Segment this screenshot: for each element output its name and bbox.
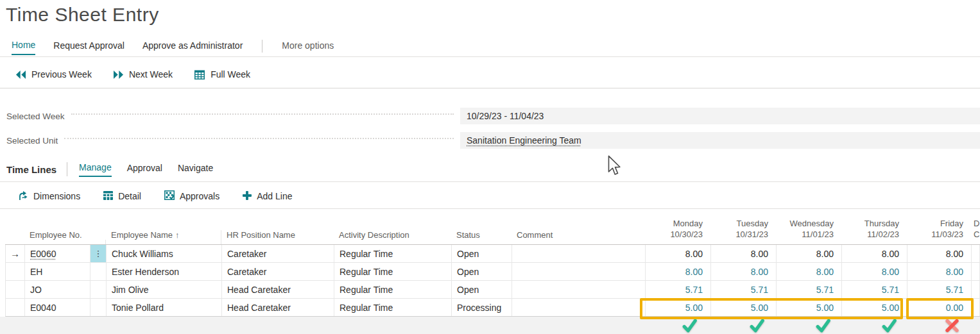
time-lines-tab-bar: Time Lines Manage Approval Navigate [6,159,228,180]
dimensions-icon [18,190,28,203]
approvals-grid-check-icon [164,190,175,202]
tab-approval[interactable]: Approval [127,163,162,176]
status-cell[interactable]: Open [452,245,512,262]
cell-context-menu-area[interactable] [90,299,107,316]
column-header-tuesday[interactable]: Tuesday10/31/23 [710,218,776,244]
truncated-cell[interactable] [972,245,980,262]
column-header-employee-name[interactable]: Employee Name ↑ [106,230,221,244]
column-header-truncated[interactable]: DC [971,218,980,244]
divider [0,181,980,182]
friday-hours-cell[interactable]: 8.00 [907,245,972,262]
column-header-monday[interactable]: Monday10/30/23 [645,218,710,244]
friday-cross-icon [944,318,960,333]
sort-ascending-icon: ↑ [175,230,180,240]
employee-name-cell[interactable]: Chuck Williams [107,245,222,262]
divider [0,88,980,88]
employee-name-cell[interactable]: Ester Henderson [107,263,222,280]
tuesday-hours-cell[interactable]: 5.71 [711,281,777,298]
column-header-wednesday[interactable]: Wednesday11/01/23 [776,218,841,244]
table-row: EH Ester Henderson Caretaker Regular Tim… [5,263,980,281]
wednesday-hours-cell[interactable]: 8.00 [777,245,842,262]
cell-context-menu-area[interactable] [90,263,107,280]
add-line-button[interactable]: Add Line [243,191,292,202]
tab-request-approval[interactable]: Request Approval [53,40,125,54]
detail-grid-icon [103,191,113,202]
tab-home[interactable]: Home [12,40,35,55]
tab-navigate[interactable]: Navigate [178,163,213,176]
detail-button[interactable]: Detail [103,191,141,202]
previous-week-icon [16,71,26,79]
selected-unit-input[interactable]: Sanitation Engineering Team [460,132,980,149]
friday-hours-cell[interactable]: 8.00 [907,263,972,280]
detail-label: Detail [118,191,141,201]
week-action-bar: Previous Week Next Week Full Week [16,62,250,87]
tuesday-hours-cell[interactable]: 8.00 [711,245,777,262]
thursday-hours-cell[interactable]: 8.00 [842,245,907,262]
table-row: JO Jim Olive Head Caretaker Regular Time… [5,281,980,299]
more-options-button[interactable]: More options [282,40,334,54]
previous-week-label: Previous Week [31,69,92,79]
thursday-hours-cell[interactable]: 5.71 [842,281,907,298]
column-header-status[interactable]: Status [451,230,511,244]
full-week-calendar-icon [194,70,205,79]
wednesday-hours-cell[interactable]: 5.71 [777,281,842,298]
next-week-button[interactable]: Next Week [114,69,173,79]
hr-position-cell[interactable]: Caretaker [222,263,334,280]
table-row: → E0060 ⋮ Chuck Williams Caretaker Regul… [5,245,980,263]
column-header-activity[interactable]: Activity Description [334,230,451,244]
divider [0,56,980,57]
activity-cell[interactable]: Regular Time [334,245,452,262]
hr-position-cell[interactable]: Head Caretaker [222,299,334,316]
status-cell[interactable]: Open [452,263,512,280]
employee-name-cell[interactable]: Tonie Pollard [107,299,222,316]
employee-name-cell[interactable]: Jim Olive [107,281,222,298]
wednesday-hours-cell[interactable]: 8.00 [777,263,842,280]
truncated-cell[interactable] [972,281,980,298]
full-week-label: Full Week [211,69,250,79]
row-indicator-cell [6,263,25,280]
status-cell[interactable]: Open [452,281,512,298]
employee-no-cell[interactable]: E0060 [25,245,90,262]
activity-cell[interactable]: Regular Time [334,281,452,298]
column-header-comment[interactable]: Comment [511,230,645,244]
selected-unit-link[interactable]: Sanitation Engineering Team [467,135,581,146]
monday-hours-cell[interactable]: 5.71 [646,281,711,298]
comment-cell[interactable] [512,263,646,280]
thursday-hours-cell[interactable]: 8.00 [842,263,907,280]
table-header-row: Employee No. Employee Name ↑ HR Position… [5,215,980,245]
comment-cell[interactable] [512,299,646,316]
column-header-hr-position[interactable]: HR Position Name [221,230,334,244]
hr-position-cell[interactable]: Head Caretaker [222,281,334,298]
comment-cell[interactable] [512,245,646,262]
tab-manage[interactable]: Manage [79,162,112,177]
employee-no-cell[interactable]: E0040 [25,299,90,316]
hr-position-cell[interactable]: Caretaker [222,245,334,262]
column-header-employee-no[interactable]: Employee No. [24,230,90,244]
column-header-thursday[interactable]: Thursday11/02/23 [841,218,907,244]
cell-context-menu-area[interactable] [90,281,107,298]
employee-no-cell[interactable]: JO [25,281,90,298]
truncated-cell[interactable] [972,263,980,280]
dimensions-button[interactable]: Dimensions [18,190,80,203]
comment-cell[interactable] [512,281,646,298]
divider [0,208,980,209]
status-cell[interactable]: Processing [452,299,512,316]
friday-hours-cell[interactable]: 5.71 [907,281,972,298]
previous-week-button[interactable]: Previous Week [16,69,92,79]
tab-approve-as-administrator[interactable]: Approve as Administrator [142,40,243,54]
employee-no-cell[interactable]: EH [25,263,90,280]
column-header-friday[interactable]: Friday11/03/23 [907,218,971,244]
page-title: Time Sheet Entry [6,4,159,26]
selected-week-input[interactable]: 10/29/23 - 11/04/23 [460,108,980,124]
menu-separator [262,40,262,53]
approvals-button[interactable]: Approvals [164,190,219,202]
activity-cell[interactable]: Regular Time [334,263,452,280]
tuesday-hours-cell[interactable]: 8.00 [711,263,777,280]
cell-context-menu-button[interactable]: ⋮ [90,245,107,262]
selected-row-arrow-icon: → [6,245,25,262]
full-week-button[interactable]: Full Week [194,69,250,79]
menu-tab-bar: Home Request Approval Approve as Adminis… [12,38,334,56]
activity-cell[interactable]: Regular Time [334,299,452,316]
monday-hours-cell[interactable]: 8.00 [646,245,711,262]
monday-hours-cell[interactable]: 8.00 [646,263,711,280]
